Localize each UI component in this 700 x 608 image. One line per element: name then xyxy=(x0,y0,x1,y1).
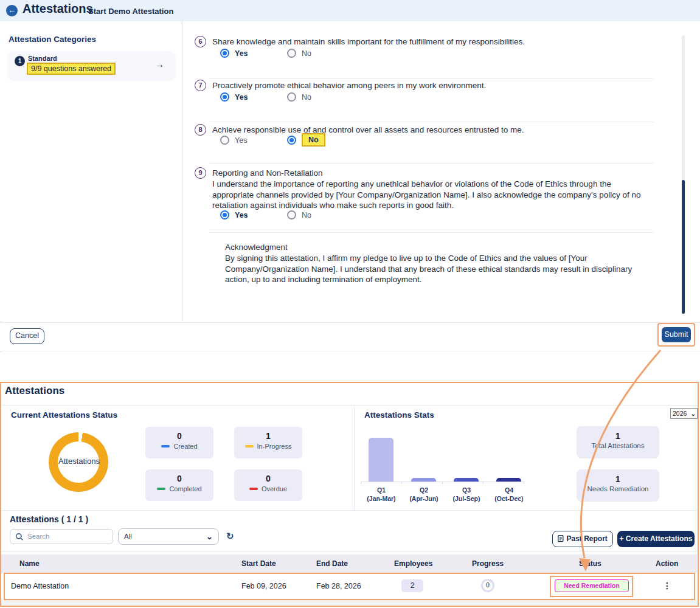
overdue-legend-dash xyxy=(249,488,258,490)
current-status-heading: Current Attestations Status xyxy=(11,410,117,420)
question-9-text: I understand the importance of reporting… xyxy=(212,179,642,211)
question-8-number: 8 xyxy=(195,124,206,136)
stats-panel: Attestations Stats 2026 ⌄ Q1(Jan-Mar) Q2… xyxy=(355,406,697,510)
question-8-radio-no[interactable] xyxy=(287,136,296,145)
completed-count: 0 xyxy=(145,474,213,483)
question-7-label-no[interactable]: No xyxy=(302,93,311,102)
in-progress-count: 1 xyxy=(234,431,302,441)
donut-center-label: Attestations xyxy=(36,457,122,466)
divider xyxy=(210,78,654,79)
current-status-panel: Current Attestations Status Attestations… xyxy=(1,406,355,510)
divider xyxy=(210,122,654,122)
question-9-label-no[interactable]: No xyxy=(302,211,311,219)
bar-label-q2: Q2(Apr-Jun) xyxy=(403,486,445,503)
divider xyxy=(210,163,654,164)
acknowledgment-title: Acknowledgment xyxy=(225,243,288,252)
submit-button[interactable]: Submit xyxy=(662,327,691,342)
chevron-down-icon: ⌄ xyxy=(691,409,696,419)
dashboard-panels: Current Attestations Status Attestations… xyxy=(1,405,697,511)
question-6-text: Share knowledge and maintain skills impo… xyxy=(212,37,525,46)
app-header: ← Attestations Start Demo Attestation xyxy=(0,0,700,21)
question-9-radio-yes[interactable] xyxy=(220,210,229,219)
categories-heading: Attestation Categories xyxy=(9,35,96,44)
filter-select[interactable]: All ⌄ xyxy=(118,528,219,545)
total-attestations-label: Total Attestations xyxy=(577,442,659,449)
question-8-text: Achieve responsible use of and control o… xyxy=(212,125,524,134)
questions-area: 6 Share knowledge and maintain skills im… xyxy=(182,21,698,322)
form-footer: Cancel Submit xyxy=(0,322,700,351)
question-6-number: 6 xyxy=(195,36,206,47)
question-9-title: Reporting and Non-Retaliation xyxy=(212,168,323,178)
row-name: Demo Attestation xyxy=(11,582,69,590)
employees-pill: 2 xyxy=(401,579,423,592)
bar-q2[interactable] xyxy=(411,478,436,482)
past-report-button[interactable]: Past Report xyxy=(552,531,613,547)
question-9-radio-no[interactable] xyxy=(287,210,296,219)
col-employees[interactable]: Employees xyxy=(394,559,432,568)
acknowledgment-text: By signing this attestation, I affirm my… xyxy=(225,253,645,285)
overdue-label: Overdue xyxy=(262,485,287,492)
col-start-date[interactable]: Start Date xyxy=(241,559,276,568)
page-subtitle: Start Demo Attestation xyxy=(88,7,173,16)
scrollbar-thumb[interactable] xyxy=(682,180,685,314)
status-badge[interactable]: Need Remediation xyxy=(555,579,629,592)
refresh-icon[interactable]: ↻ xyxy=(226,531,237,542)
chevron-down-icon: ⌄ xyxy=(206,529,213,544)
stat-card-in-progress: 1 In-Progress xyxy=(234,427,302,458)
category-name: Standard xyxy=(28,55,57,62)
question-8-label-yes[interactable]: Yes xyxy=(235,136,247,145)
bar-q4[interactable] xyxy=(496,478,521,482)
col-action[interactable]: Action xyxy=(656,559,678,568)
search-input[interactable]: Search xyxy=(10,529,113,544)
completed-legend-dash xyxy=(157,488,165,490)
created-legend-dash xyxy=(161,445,170,447)
table-row[interactable]: Demo Attestation Feb 09, 2026 Feb 28, 20… xyxy=(1,573,697,600)
in-progress-legend-dash xyxy=(245,445,254,447)
col-progress[interactable]: Progress xyxy=(472,559,504,568)
category-card-standard[interactable]: 1 Standard 9/9 questions answered → xyxy=(8,51,175,80)
completed-label: Completed xyxy=(169,485,201,492)
dashboard-title: Attestations xyxy=(5,385,64,397)
kebab-menu-icon[interactable]: ⋮ xyxy=(663,581,671,590)
question-8-radio-yes[interactable] xyxy=(220,136,229,145)
year-select[interactable]: 2026 ⌄ xyxy=(670,408,698,419)
report-icon xyxy=(558,535,564,542)
question-7-text: Proactively promote ethical behavior amo… xyxy=(212,81,486,90)
question-6-label-no[interactable]: No xyxy=(302,49,311,58)
question-6-radio-yes[interactable] xyxy=(220,49,229,58)
question-6-label-yes[interactable]: Yes xyxy=(235,49,248,58)
filter-value: All xyxy=(124,533,132,540)
question-6-radio-no[interactable] xyxy=(287,49,296,58)
question-8-label-no-highlight[interactable]: No xyxy=(302,133,325,147)
category-progress-highlight: 9/9 questions answered xyxy=(27,63,116,75)
back-icon[interactable]: ← xyxy=(6,5,18,16)
question-7-number: 7 xyxy=(195,80,206,91)
question-9-label-yes[interactable]: Yes xyxy=(235,211,248,219)
arrow-right-icon[interactable]: → xyxy=(155,59,164,69)
screen: ← Attestations Start Demo Attestation At… xyxy=(0,0,700,608)
stat-card-created: 0 Created xyxy=(145,427,213,458)
needs-remediation-label: Needs Remediation xyxy=(577,485,659,492)
created-count: 0 xyxy=(145,431,213,441)
bar-q1[interactable] xyxy=(369,438,393,482)
bar-q3[interactable] xyxy=(454,478,479,482)
question-7-radio-yes[interactable] xyxy=(220,92,229,102)
stat-card-overdue: 0 Overdue xyxy=(234,469,302,501)
question-7-radio-no[interactable] xyxy=(287,92,296,102)
col-end-date[interactable]: End Date xyxy=(316,559,348,568)
divider xyxy=(1,551,697,551)
search-placeholder: Search xyxy=(27,533,49,540)
col-name[interactable]: Name xyxy=(19,559,40,568)
year-value: 2026 xyxy=(673,410,687,417)
divider xyxy=(210,232,654,233)
category-index-badge: 1 xyxy=(15,56,25,66)
stat-card-completed: 0 Completed xyxy=(145,469,213,501)
bar-label-q3: Q3(Jul-Sep) xyxy=(445,486,488,503)
question-9-number: 9 xyxy=(195,167,206,179)
col-status[interactable]: Status xyxy=(579,559,601,568)
in-progress-label: In-Progress xyxy=(257,443,292,450)
create-attestations-button[interactable]: + Create Attestations xyxy=(617,531,695,547)
cancel-button[interactable]: Cancel xyxy=(10,328,44,344)
question-7-label-yes[interactable]: Yes xyxy=(235,93,248,102)
search-icon xyxy=(15,533,24,541)
